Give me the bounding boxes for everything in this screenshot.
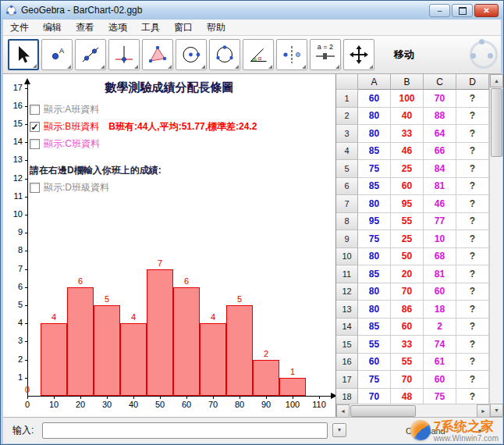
scroll-right-button[interactable]: ► xyxy=(477,404,490,418)
cell-B14[interactable]: 60 xyxy=(391,319,424,336)
vertical-scroll-thumb[interactable] xyxy=(491,88,502,157)
cell-A8[interactable]: 95 xyxy=(358,213,391,231)
row-header-11[interactable]: 11 xyxy=(336,265,358,283)
cell-B1[interactable]: 100 xyxy=(391,90,424,108)
cell-C9[interactable]: 10 xyxy=(424,230,456,248)
cell-A11[interactable]: 85 xyxy=(358,265,391,283)
cell-C17[interactable]: 60 xyxy=(424,371,456,389)
cell-D5[interactable]: ? xyxy=(456,160,489,178)
spreadsheet-vertical-scrollbar[interactable]: ▲ ▼ xyxy=(489,74,502,417)
cell-C1[interactable]: 70 xyxy=(424,90,456,108)
close-button[interactable]: ✕ xyxy=(474,4,499,17)
corner-cell[interactable] xyxy=(336,74,358,90)
checkbox-show-class-a[interactable] xyxy=(30,105,40,115)
row-header-7[interactable]: 7 xyxy=(336,195,358,213)
cell-C7[interactable]: 46 xyxy=(424,195,456,213)
column-header-A[interactable]: A xyxy=(358,74,391,90)
menu-item-7[interactable]: 帮助 xyxy=(200,20,232,36)
tool-dropdown-icon[interactable] xyxy=(268,65,272,69)
cell-A17[interactable]: 75 xyxy=(358,371,391,389)
tool-point[interactable]: A xyxy=(41,39,73,70)
menu-item-1[interactable]: 文件 xyxy=(3,20,36,36)
graphics-view[interactable]: 數學測驗成績分配長條圖 顯示:A班資料✓顯示:B班資料B班有:44人,平均:51… xyxy=(3,74,335,417)
tool-angle[interactable]: α xyxy=(243,39,274,70)
menu-item-2[interactable]: 编辑 xyxy=(36,20,69,36)
horizontal-scroll-thumb[interactable] xyxy=(350,405,416,417)
row-header-14[interactable]: 14 xyxy=(336,319,358,336)
tool-mirror[interactable] xyxy=(276,39,307,70)
cell-C12[interactable]: 60 xyxy=(424,283,456,301)
cell-C2[interactable]: 88 xyxy=(424,108,456,126)
cell-B5[interactable]: 25 xyxy=(391,160,424,178)
column-header-C[interactable]: C xyxy=(424,74,456,90)
tool-move[interactable] xyxy=(8,39,39,70)
menu-item-5[interactable]: 工具 xyxy=(134,20,167,36)
scroll-down-button[interactable]: ▼ xyxy=(490,404,503,417)
cell-B15[interactable]: 33 xyxy=(391,336,424,354)
cell-B6[interactable]: 60 xyxy=(391,178,424,196)
cell-B13[interactable]: 86 xyxy=(391,301,424,319)
cell-A13[interactable]: 80 xyxy=(358,301,391,319)
row-header-15[interactable]: 15 xyxy=(336,336,358,354)
cell-C3[interactable]: 64 xyxy=(424,125,456,143)
cell-B18[interactable]: 48 xyxy=(391,389,424,404)
spreadsheet-horizontal-scrollbar[interactable]: ◄ ► xyxy=(336,404,490,417)
cell-B9[interactable]: 25 xyxy=(391,230,424,248)
minimize-button[interactable]: – xyxy=(429,4,450,17)
cell-B17[interactable]: 70 xyxy=(391,371,424,389)
row-header-9[interactable]: 9 xyxy=(336,230,358,248)
cell-A10[interactable]: 80 xyxy=(358,248,391,266)
cell-D8[interactable]: ? xyxy=(456,213,489,231)
cell-C6[interactable]: 81 xyxy=(424,178,456,196)
cell-B2[interactable]: 40 xyxy=(391,108,424,126)
row-header-18[interactable]: 18 xyxy=(336,389,358,404)
cell-C13[interactable]: 18 xyxy=(424,301,456,319)
cell-D12[interactable]: ? xyxy=(456,283,489,301)
cell-D1[interactable]: ? xyxy=(456,90,489,108)
row-header-13[interactable]: 13 xyxy=(336,301,358,319)
menu-item-3[interactable]: 查看 xyxy=(69,20,101,36)
algebra-input[interactable] xyxy=(42,422,328,439)
tool-circle-center-point[interactable] xyxy=(176,39,207,70)
menu-item-6[interactable]: 窗口 xyxy=(167,20,200,36)
scroll-left-button[interactable]: ◄ xyxy=(336,404,350,418)
cell-D2[interactable]: ? xyxy=(456,108,489,126)
tool-dropdown-icon[interactable] xyxy=(33,64,37,68)
cell-D4[interactable]: ? xyxy=(456,143,489,161)
cell-A18[interactable]: 70 xyxy=(358,389,391,404)
maximize-button[interactable] xyxy=(452,4,473,17)
cell-A4[interactable]: 85 xyxy=(358,143,391,161)
tool-dropdown-icon[interactable] xyxy=(134,65,138,69)
cell-B7[interactable]: 95 xyxy=(391,195,424,213)
cell-B3[interactable]: 33 xyxy=(391,125,424,143)
cell-C4[interactable]: 66 xyxy=(424,143,456,161)
cell-A16[interactable]: 60 xyxy=(358,354,391,372)
tool-dropdown-icon[interactable] xyxy=(101,65,105,69)
cell-C15[interactable]: 74 xyxy=(424,336,456,354)
cell-B10[interactable]: 50 xyxy=(391,248,424,266)
scroll-up-button[interactable]: ▲ xyxy=(490,74,503,87)
tool-dropdown-icon[interactable] xyxy=(67,65,71,69)
checkbox-show-class-d[interactable] xyxy=(30,183,40,193)
cell-C18[interactable]: 75 xyxy=(424,389,456,404)
cell-B4[interactable]: 46 xyxy=(391,143,424,161)
tool-dropdown-icon[interactable] xyxy=(168,65,172,69)
cell-D13[interactable]: ? xyxy=(456,301,489,319)
cell-C5[interactable]: 84 xyxy=(424,160,456,178)
row-header-4[interactable]: 4 xyxy=(336,143,358,161)
row-header-8[interactable]: 8 xyxy=(336,213,358,231)
cell-A14[interactable]: 85 xyxy=(358,319,391,336)
tool-dropdown-icon[interactable] xyxy=(235,65,239,69)
tool-move-graphics-view[interactable] xyxy=(343,39,374,70)
cell-A15[interactable]: 55 xyxy=(358,336,391,354)
tool-polygon[interactable] xyxy=(142,39,173,70)
cell-B16[interactable]: 55 xyxy=(391,354,424,372)
row-header-17[interactable]: 17 xyxy=(336,371,358,389)
cell-C11[interactable]: 81 xyxy=(424,265,456,283)
cell-C10[interactable]: 68 xyxy=(424,248,456,266)
cell-D7[interactable]: ? xyxy=(456,195,489,213)
cell-D16[interactable]: ? xyxy=(456,354,489,372)
cell-D3[interactable]: ? xyxy=(456,125,489,143)
tool-perpendicular-line[interactable] xyxy=(108,39,140,70)
cell-D14[interactable]: ? xyxy=(456,319,489,336)
